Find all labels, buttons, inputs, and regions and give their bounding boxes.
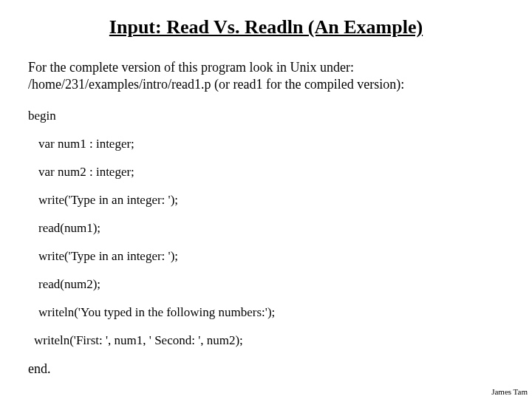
- intro-line-2: /home/231/examples/intro/read1.p (or rea…: [28, 77, 404, 92]
- code-end: end.: [28, 361, 504, 377]
- code-var-num2: var num2 : integer;: [28, 165, 504, 180]
- code-read-num1: read(num1);: [28, 221, 504, 236]
- code-begin: begin: [28, 109, 504, 123]
- intro-paragraph: For the complete version of this program…: [28, 59, 504, 92]
- code-writeln-header: writeln('You typed in the following numb…: [28, 305, 504, 320]
- code-var-num1: var num1 : integer;: [28, 137, 504, 151]
- slide-content: Input: Read Vs. Readln (An Example) For …: [0, 0, 532, 377]
- code-write-prompt-1: write('Type in an integer: ');: [28, 193, 504, 208]
- code-writeln-values: writeln('First: ', num1, ' Second: ', nu…: [28, 333, 504, 348]
- code-write-prompt-2: write('Type in an integer: ');: [28, 249, 504, 264]
- footer-author: James Tam: [491, 387, 528, 396]
- intro-line-1: For the complete version of this program…: [28, 60, 354, 75]
- code-read-num2: read(num2);: [28, 277, 504, 292]
- slide-title: Input: Read Vs. Readln (An Example): [28, 16, 504, 38]
